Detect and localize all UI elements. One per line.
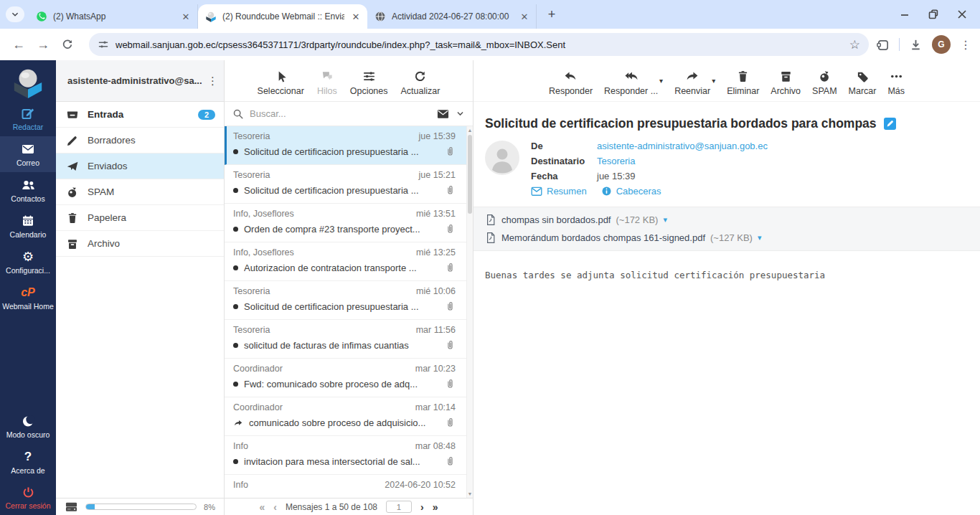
forward-button[interactable]: → <box>33 34 53 55</box>
folder-label: Archivo <box>88 238 120 249</box>
bookmark-star-icon[interactable]: ☆ <box>849 37 860 52</box>
tab-actividad[interactable]: Actividad 2024-06-27 08:00:00 ✕ <box>367 4 537 29</box>
message-row[interactable]: Tesoreriajue 15:21 Solicitud de certific… <box>225 165 473 204</box>
list-scrollbar[interactable]: ▲ ▼ <box>466 126 473 498</box>
maximize-button[interactable] <box>924 5 943 24</box>
message-row[interactable]: Coordinadormar 10:14 comunicado sobre pr… <box>225 397 473 436</box>
summary-link[interactable]: Resumen <box>531 186 587 197</box>
search-input[interactable] <box>250 108 430 119</box>
unread-dot-icon <box>233 265 238 270</box>
to-address[interactable]: Tesoreria <box>597 156 635 166</box>
search-scope-envelope-icon[interactable] <box>436 108 450 120</box>
message-row[interactable]: Tesoreriajue 15:39 Solicitud de certific… <box>225 126 473 165</box>
options-button[interactable]: Opciones <box>350 70 388 96</box>
profile-avatar[interactable]: G <box>932 35 951 54</box>
attachment-menu-caret-icon[interactable]: ▾ <box>663 215 667 225</box>
first-page-icon[interactable]: « <box>259 502 265 512</box>
sidebar-item-acerca-de[interactable]: ? Acerca de <box>0 444 56 480</box>
tab-whatsapp[interactable]: (2) WhatsApp ✕ <box>29 4 198 29</box>
star-glyph: ☆ <box>849 38 860 52</box>
scroll-down-icon[interactable]: ▼ <box>467 491 473 496</box>
message-body: Buenas tardes se adjunta solicitud certi… <box>485 270 967 280</box>
message-row[interactable]: Coordinadormar 10:23 Fwd: comunicado sob… <box>225 359 473 397</box>
inbox-icon <box>66 108 79 121</box>
attachment-menu-caret-icon[interactable]: ▾ <box>758 233 762 242</box>
forward-dropdown-caret-icon[interactable]: ▾ <box>712 77 715 96</box>
attachment-size: (~172 KB) <box>616 214 658 225</box>
select-button[interactable]: Seleccionar <box>258 70 304 96</box>
scroll-up-icon[interactable]: ▲ <box>467 128 473 133</box>
reply-dropdown-caret-icon[interactable]: ▾ <box>659 77 663 96</box>
pdf-file-icon <box>485 214 496 226</box>
delete-button[interactable]: Eliminar <box>727 70 759 96</box>
browser-menu-icon[interactable]: ⋮ <box>960 38 971 52</box>
folder-papelera[interactable]: Papelera <box>56 205 224 231</box>
sidebar-item-modo-oscuro[interactable]: Modo oscuro <box>0 408 56 444</box>
minimize-button[interactable] <box>895 5 914 24</box>
sidebar-item-configuracion[interactable]: ⚙ Configuraci... <box>0 244 56 280</box>
message-row[interactable]: Info, Josefloresmié 13:51 Orden de compr… <box>225 204 473 242</box>
reply-icon <box>563 70 578 83</box>
reply-all-button[interactable]: Responder ... <box>604 70 658 96</box>
download-icon[interactable] <box>909 38 923 52</box>
folder-enviados[interactable]: Enviados <box>56 153 224 179</box>
from-address[interactable]: asistente-administrativo@sanjuan.gob.ec <box>597 141 768 151</box>
threads-button[interactable]: Hilos <box>317 70 337 96</box>
attachment-item[interactable]: Memorándum bordados chompas 161-signed.p… <box>485 229 969 247</box>
edit-as-new-icon[interactable] <box>884 118 896 130</box>
scrollbar-thumb[interactable] <box>468 135 472 214</box>
tag-icon <box>856 70 870 83</box>
extensions-icon[interactable] <box>876 38 890 52</box>
headers-link[interactable]: Cabeceras <box>601 186 661 197</box>
folder-archivo[interactable]: Archivo <box>56 231 224 257</box>
message-row[interactable]: Infomar 08:48 invitacion para mesa inter… <box>225 436 473 475</box>
summary-envelope-icon <box>531 186 542 197</box>
whatsapp-icon <box>36 11 47 22</box>
sidebar-item-correo[interactable]: Correo <box>0 136 56 172</box>
address-bar[interactable]: ☆ <box>89 33 869 56</box>
refresh-button[interactable]: Actualizar <box>401 70 440 96</box>
page-input[interactable] <box>386 501 412 513</box>
attachment-item[interactable]: chompas sin bordados.pdf (~172 KB) ▾ <box>485 211 969 229</box>
sidebar-item-contactos[interactable]: Contactos <box>0 172 56 208</box>
url-input[interactable] <box>116 39 843 50</box>
sidebar-item-label: Modo oscuro <box>6 430 50 439</box>
sidebar-item-webmail-home[interactable]: cP Webmail Home <box>0 280 56 316</box>
sidebar-item-redactar[interactable]: Redactar <box>0 100 56 136</box>
sidebar-item-cerrar-sesion[interactable]: Cerrar sesión <box>0 480 56 515</box>
last-page-icon[interactable]: » <box>433 502 438 512</box>
reload-button[interactable] <box>57 34 77 55</box>
message-row[interactable]: Tesoreriamié 10:06 Solicitud de certific… <box>225 281 473 320</box>
tab-roundcube[interactable]: (2) Roundcube Webmail :: Envia ✕ <box>198 4 367 29</box>
close-icon[interactable]: ✕ <box>350 11 362 22</box>
mark-button[interactable]: Marcar <box>849 70 877 96</box>
back-button[interactable]: ← <box>9 34 29 55</box>
message-row[interactable]: Info, Josefloresmié 13:25 Autorizacion d… <box>225 242 473 281</box>
message-list-column: Seleccionar Hilos Opciones Actualizar <box>225 60 473 515</box>
message-row[interactable]: Info2024-06-20 10:52 <box>225 475 473 498</box>
close-window-button[interactable] <box>953 5 971 24</box>
forward-button[interactable]: Reenviar <box>674 70 710 96</box>
close-icon[interactable]: ✕ <box>519 11 530 22</box>
sidebar-item-calendario[interactable]: Calendario <box>0 208 56 244</box>
new-tab-button[interactable]: + <box>542 5 561 24</box>
close-icon[interactable]: ✕ <box>180 11 192 22</box>
tab-search-button[interactable] <box>6 6 24 22</box>
sidebar-item-label: Webmail Home <box>2 302 54 311</box>
spam-button[interactable]: SPAM <box>812 70 837 96</box>
folder-borradores[interactable]: Borradores <box>56 128 224 153</box>
paperclip-icon <box>445 301 456 312</box>
search-options-chevron-icon[interactable] <box>456 109 465 118</box>
message-date: mar 10:23 <box>415 364 456 374</box>
prev-page-icon[interactable]: ‹ <box>273 502 277 512</box>
message-row[interactable]: Tesoreriamar 11:56 solicitud de facturas… <box>225 320 473 359</box>
more-button[interactable]: Más <box>887 70 905 96</box>
next-page-icon[interactable]: › <box>420 502 424 512</box>
reply-button[interactable]: Responder <box>549 70 593 96</box>
archive-button[interactable]: Archivo <box>771 70 801 96</box>
site-info-icon[interactable] <box>98 39 109 50</box>
toolbar-label: Marcar <box>849 86 877 96</box>
account-menu-icon[interactable]: ⋮ <box>207 75 218 88</box>
folder-entrada[interactable]: Entrada 2 <box>56 102 224 128</box>
folder-spam[interactable]: SPAM <box>56 179 224 205</box>
